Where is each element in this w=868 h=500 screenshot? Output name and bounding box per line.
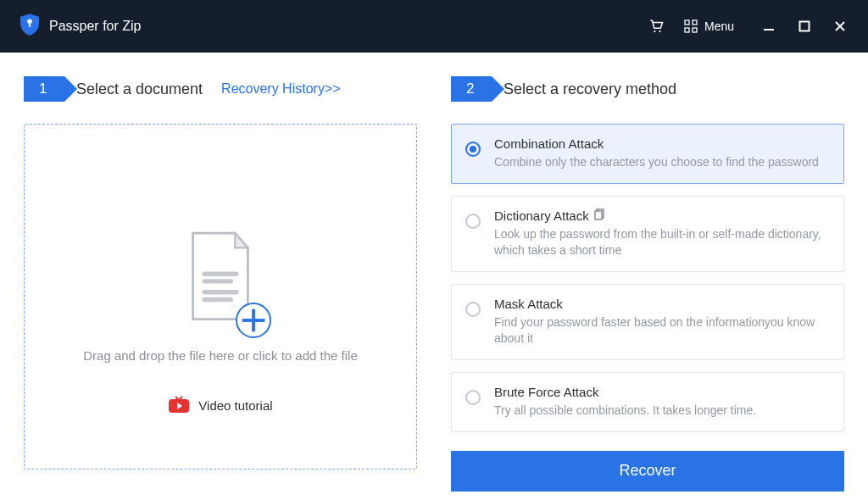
titlebar: Passper for Zip Menu (0, 0, 868, 53)
svg-rect-1 (29, 23, 31, 27)
minimize-button[interactable] (761, 19, 776, 34)
svg-rect-4 (685, 20, 689, 25)
recovery-history-link[interactable]: Recovery History>> (221, 81, 341, 97)
radio-icon (465, 142, 481, 157)
svg-rect-6 (685, 28, 689, 32)
method-title: Dictionary Attack (494, 208, 830, 223)
step2-header: 2 Select a recovery method (451, 76, 844, 102)
dropzone-text: Drag and drop the file here or click to … (83, 348, 358, 363)
method-body: Mask Attack Find your password faster ba… (494, 297, 830, 347)
method-mask-attack[interactable]: Mask Attack Find your password faster ba… (451, 284, 844, 360)
svg-point-3 (659, 31, 660, 32)
shield-icon (20, 14, 39, 39)
plus-icon (236, 303, 271, 338)
method-list: Combination Attack Combine only the char… (451, 124, 844, 432)
method-body: Dictionary Attack Look up the password f… (494, 208, 830, 259)
method-desc: Combine only the characters you choose t… (494, 154, 830, 171)
svg-rect-13 (202, 279, 233, 283)
method-desc: Try all possible combinations. It takes … (494, 403, 830, 419)
menu-button[interactable]: Menu (684, 19, 734, 33)
svg-point-2 (654, 31, 655, 32)
step2-badge: 2 (451, 76, 492, 102)
svg-rect-9 (800, 22, 810, 31)
document-icon (183, 231, 258, 326)
step1-header: 1 Select a document Recovery History>> (24, 76, 417, 102)
method-body: Brute Force Attack Try all possible comb… (494, 385, 830, 419)
titlebar-right: Menu (648, 19, 848, 34)
file-dropzone[interactable]: Drag and drop the file here or click to … (24, 124, 417, 469)
video-tutorial-link[interactable]: Video tutorial (168, 395, 272, 416)
step2-title: Select a recovery method (504, 81, 676, 98)
app-title: Passper for Zip (49, 19, 141, 34)
maximize-button[interactable] (797, 19, 812, 34)
svg-rect-14 (202, 290, 238, 294)
menu-label: Menu (704, 19, 734, 33)
svg-rect-5 (693, 20, 697, 25)
svg-rect-22 (595, 211, 602, 219)
method-dictionary-attack[interactable]: Dictionary Attack Look up the password f… (451, 196, 844, 272)
method-body: Combination Attack Combine only the char… (494, 136, 830, 171)
titlebar-left: Passper for Zip (20, 14, 141, 39)
radio-icon (465, 390, 481, 405)
method-combination-attack[interactable]: Combination Attack Combine only the char… (451, 124, 844, 184)
step1-title: Select a document (76, 81, 203, 98)
left-panel: 1 Select a document Recovery History>> D… (24, 76, 417, 483)
copy-icon (594, 208, 606, 223)
svg-rect-12 (202, 271, 238, 275)
close-button[interactable] (832, 19, 848, 34)
content: 1 Select a document Recovery History>> D… (0, 53, 868, 500)
step1-badge: 1 (24, 76, 64, 102)
radio-icon (465, 302, 481, 317)
method-brute-force-attack[interactable]: Brute Force Attack Try all possible comb… (451, 372, 844, 432)
method-title: Mask Attack (494, 297, 830, 311)
method-title: Brute Force Attack (494, 385, 830, 399)
method-desc: Find your password faster based on the i… (494, 314, 830, 347)
method-title: Combination Attack (494, 136, 830, 151)
cart-icon[interactable] (648, 19, 664, 34)
radio-icon (465, 214, 481, 229)
video-tutorial-label: Video tutorial (198, 398, 272, 413)
video-icon (168, 395, 190, 416)
right-panel: 2 Select a recovery method Combination A… (451, 76, 844, 483)
svg-rect-7 (693, 28, 697, 32)
method-desc: Look up the password from the built-in o… (494, 226, 830, 259)
recover-button[interactable]: Recover (451, 451, 844, 492)
svg-rect-15 (202, 297, 233, 301)
window-controls (761, 19, 848, 34)
